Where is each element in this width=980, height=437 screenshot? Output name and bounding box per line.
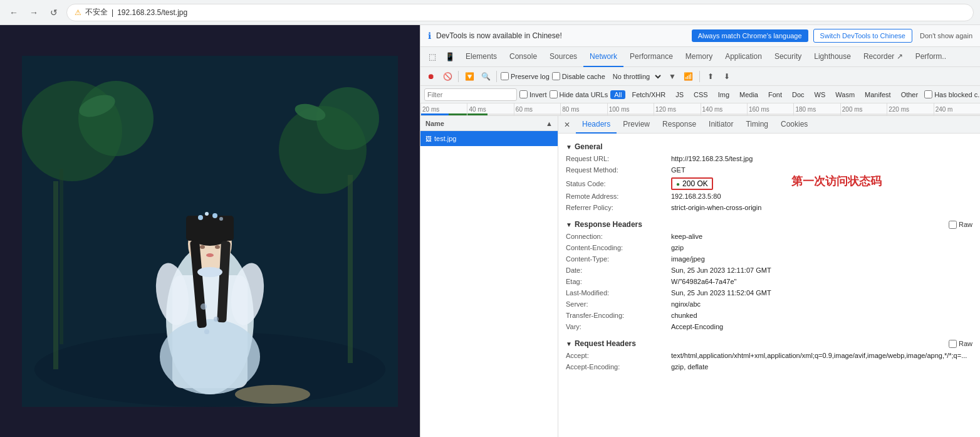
filter-wasm[interactable]: Wasm — [831, 90, 858, 99]
back-button[interactable]: ← — [6, 5, 21, 20]
request-headers-section-header[interactable]: ▼ Request Headers Raw — [566, 339, 972, 348]
server-row: Server: nginx/abc — [566, 299, 972, 310]
tab-memory[interactable]: Memory — [679, 47, 719, 67]
preserve-log-text: Preserve log — [511, 73, 550, 80]
filter-input[interactable] — [424, 88, 517, 101]
svg-rect-13 — [186, 216, 234, 241]
filter-ws[interactable]: WS — [811, 90, 830, 99]
filter-css[interactable]: CSS — [690, 90, 712, 99]
preserve-log-label[interactable]: Preserve log — [501, 72, 550, 80]
hide-data-urls-checkbox[interactable] — [550, 90, 558, 98]
file-icon: 🖼 — [425, 135, 432, 142]
dont-show-link[interactable]: Don't show again — [920, 32, 972, 39]
search-icon[interactable]: 🔍 — [479, 70, 493, 83]
tab-sources[interactable]: Sources — [543, 47, 583, 67]
export-icon[interactable]: ⬇ — [720, 70, 734, 83]
import-icon[interactable]: ⬆ — [704, 70, 717, 83]
forward-button[interactable]: → — [26, 5, 41, 20]
disable-cache-label[interactable]: Disable cache — [552, 72, 605, 80]
record-button[interactable]: ⏺ — [424, 70, 438, 83]
request-url-row: Request URL: http://192.168.23.5/test.jp… — [566, 154, 972, 165]
detail-tab-preview[interactable]: Preview — [617, 116, 656, 134]
general-section-header[interactable]: ▼ General — [566, 142, 972, 151]
tab-security[interactable]: Security — [768, 47, 808, 67]
last-modified-row: Last-Modified: Sun, 25 Jun 2023 11:52:04… — [566, 288, 972, 299]
request-raw-label[interactable]: Raw — [949, 340, 972, 348]
tab-lighthouse[interactable]: Lighthouse — [808, 47, 857, 67]
server-label: Server: — [566, 300, 666, 309]
switch-to-chinese-button[interactable]: Switch DevTools to Chinese — [813, 29, 912, 43]
filter-icon[interactable]: 🔽 — [462, 70, 476, 83]
vary-value: Accept-Encoding — [671, 323, 972, 332]
invert-text: Invert — [529, 91, 547, 98]
reload-button[interactable]: ↺ — [46, 5, 61, 20]
tab-network[interactable]: Network — [583, 47, 623, 67]
detail-tab-initiator[interactable]: Initiator — [702, 116, 739, 134]
response-raw-checkbox[interactable] — [949, 221, 957, 229]
inspect-icon[interactable]: ⬚ — [424, 49, 440, 65]
filter-img[interactable]: Img — [714, 90, 733, 99]
filter-media[interactable]: Media — [736, 90, 762, 99]
response-raw-label[interactable]: Raw — [949, 221, 972, 229]
detail-tab-response[interactable]: Response — [656, 116, 702, 134]
detail-tab-headers[interactable]: Headers — [576, 116, 617, 134]
mark-120ms: 120 ms — [654, 103, 700, 115]
always-match-language-button[interactable]: Always match Chrome's language — [692, 29, 808, 42]
filter-font[interactable]: Font — [764, 90, 786, 99]
date-value: Sun, 25 Jun 2023 12:11:07 GMT — [671, 266, 972, 275]
mark-240ms: 240 m — [934, 103, 980, 115]
close-detail-button[interactable]: ✕ — [561, 118, 573, 131]
filter-js[interactable]: JS — [672, 90, 687, 99]
response-headers-section-header[interactable]: ▼ Response Headers Raw — [566, 220, 972, 229]
request-list-pane: Name ▲ 🖼 test.jpg — [420, 116, 558, 437]
tab-perform[interactable]: Perform.. — [909, 47, 952, 67]
filter-doc[interactable]: Doc — [788, 90, 808, 99]
network-body: Name ▲ 🖼 test.jpg ✕ Headers Preview Resp… — [420, 116, 980, 437]
mark-200ms: 200 ms — [840, 103, 887, 115]
detail-tabs: ✕ Headers Preview Response Initiator Tim… — [558, 116, 980, 134]
referrer-policy-label: Referrer Policy: — [566, 204, 666, 213]
devtools-filter: Invert Hide data URLs All Fetch/XHR JS C… — [420, 86, 980, 103]
hide-data-urls-label[interactable]: Hide data URLs — [550, 90, 608, 98]
tab-performance[interactable]: Performance — [623, 47, 679, 67]
throttling-dropdown-icon[interactable]: ▼ — [665, 70, 679, 83]
accept-label: Accept: — [566, 352, 666, 361]
filter-all[interactable]: All — [610, 90, 625, 99]
detail-pane: ✕ Headers Preview Response Initiator Tim… — [558, 116, 980, 437]
request-item-test-jpg[interactable]: 🖼 test.jpg — [420, 131, 558, 146]
wifi-icon[interactable]: 📶 — [682, 70, 696, 83]
tab-console[interactable]: Console — [503, 47, 543, 67]
security-warning-icon: ⚠ — [75, 8, 81, 17]
tab-recorder[interactable]: Recorder ↗ — [857, 47, 909, 67]
info-icon: ℹ — [428, 31, 431, 41]
tab-elements[interactable]: Elements — [459, 47, 503, 67]
server-value: nginx/abc — [671, 300, 972, 309]
throttling-select[interactable]: No throttling — [608, 71, 663, 82]
has-blocked-checkbox[interactable] — [924, 90, 932, 98]
invert-label[interactable]: Invert — [519, 90, 547, 98]
device-mode-icon[interactable]: 📱 — [442, 49, 458, 65]
filter-other[interactable]: Other — [897, 90, 922, 99]
accept-encoding-row: Accept-Encoding: gzip, deflate — [566, 362, 972, 373]
security-label: 不安全 — [85, 7, 108, 18]
detail-tab-cookies[interactable]: Cookies — [774, 116, 814, 134]
address-bar[interactable]: ⚠ 不安全 | 192.168.23.5/test.jpg — [66, 4, 974, 21]
has-blocked-label[interactable]: Has blocked c.. — [924, 90, 980, 98]
mark-160ms: 160 ms — [747, 103, 793, 115]
request-raw-checkbox[interactable] — [949, 340, 957, 348]
clear-button[interactable]: 🚫 — [440, 70, 454, 83]
invert-checkbox[interactable] — [519, 90, 528, 98]
svg-rect-30 — [60, 169, 63, 344]
detail-tab-timing[interactable]: Timing — [739, 116, 774, 134]
disable-cache-checkbox[interactable] — [552, 72, 560, 80]
filter-fetch-xhr[interactable]: Fetch/XHR — [628, 90, 669, 99]
filter-manifest[interactable]: Manifest — [861, 90, 895, 99]
devtools-notification: ℹ DevTools is now available in Chinese! … — [420, 25, 980, 47]
sort-icon[interactable]: ▲ — [546, 120, 553, 127]
preserve-log-checkbox[interactable] — [501, 72, 509, 80]
separator-3 — [699, 71, 700, 82]
content-type-value: image/jpeg — [671, 255, 972, 264]
tab-application[interactable]: Application — [719, 47, 768, 67]
transfer-encoding-value: chunked — [671, 312, 972, 320]
connection-label: Connection: — [566, 233, 666, 241]
